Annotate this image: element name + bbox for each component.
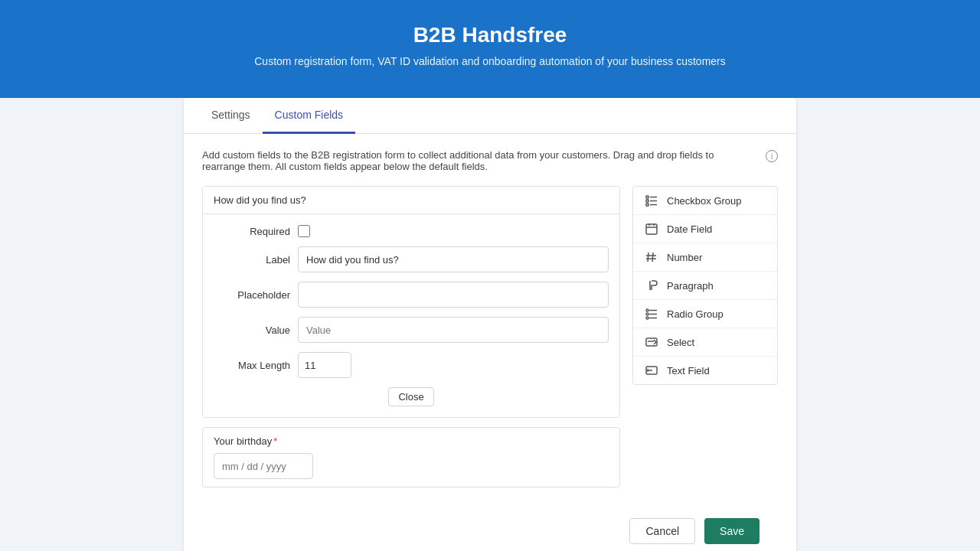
birthday-input[interactable]	[214, 453, 313, 479]
tab-settings[interactable]: Settings	[199, 98, 263, 134]
value-row: Value	[214, 317, 609, 343]
svg-point-15	[646, 309, 648, 311]
radio-icon	[644, 308, 659, 320]
label-input[interactable]	[298, 246, 609, 272]
footer-actions: Cancel Save	[202, 503, 778, 544]
main-container: Settings Custom Fields Add custom fields…	[0, 98, 980, 551]
svg-line-11	[652, 253, 653, 262]
sidebar-item-paragraph[interactable]: Paragraph	[633, 272, 777, 300]
paragraph-label: Paragraph	[667, 280, 714, 292]
sidebar-item-date-field[interactable]: Date Field	[633, 215, 777, 243]
field-card-header: How did you find us?	[203, 187, 619, 214]
hash-icon	[644, 251, 659, 263]
date-field-label: Date Field	[667, 223, 712, 235]
required-row: Required	[214, 225, 609, 237]
description-row: Add custom fields to the B2B registratio…	[202, 149, 778, 172]
custom-field-card: How did you find us? Required Label	[202, 186, 620, 418]
required-label: Required	[214, 226, 290, 237]
save-button[interactable]: Save	[704, 518, 760, 544]
paragraph-icon	[644, 279, 659, 292]
required-checkbox[interactable]	[298, 225, 310, 237]
field-form: Required Label Placeholder	[203, 214, 619, 417]
birthday-field-card: Your birthday*	[202, 427, 620, 487]
sidebar-item-radio-group[interactable]: Radio Group	[633, 300, 777, 328]
placeholder-input[interactable]	[298, 282, 609, 308]
svg-rect-2	[646, 200, 648, 202]
birthday-label: Your birthday*	[214, 435, 609, 447]
page-subtitle: Custom registration form, VAT ID validat…	[15, 55, 965, 67]
radio-group-label: Radio Group	[667, 308, 724, 320]
birthday-required-marker: *	[273, 435, 277, 447]
content-area: How did you find us? Required Label	[202, 186, 778, 487]
text-field-label: Text Field	[667, 365, 710, 377]
tabs-bar: Settings Custom Fields	[184, 98, 796, 134]
settings-card: Settings Custom Fields Add custom fields…	[184, 98, 796, 551]
svg-rect-6	[646, 224, 657, 234]
label-field-label: Label	[214, 254, 290, 266]
max-length-row: Max Length	[214, 352, 609, 378]
max-length-label: Max Length	[214, 360, 290, 371]
cancel-button[interactable]: Cancel	[629, 518, 695, 544]
sidebar-item-select[interactable]: Select	[633, 328, 777, 357]
sidebar-item-checkbox-group[interactable]: Checkbox Group	[633, 187, 777, 215]
tab-custom-fields[interactable]: Custom Fields	[263, 98, 355, 134]
info-icon[interactable]: i	[766, 150, 778, 162]
placeholder-label: Placeholder	[214, 289, 290, 301]
field-types-sidebar: Checkbox Group	[632, 186, 778, 487]
svg-rect-4	[646, 204, 648, 206]
fields-panel: How did you find us? Required Label	[202, 186, 620, 487]
value-input[interactable]	[298, 317, 609, 343]
page-title: B2B Handsfree	[15, 23, 965, 47]
calendar-icon	[644, 223, 659, 235]
svg-line-10	[648, 253, 648, 262]
checkbox-group-label: Checkbox Group	[667, 195, 742, 207]
label-row: Label	[214, 246, 609, 272]
placeholder-row: Placeholder	[214, 282, 609, 308]
field-types-list: Checkbox Group	[632, 186, 778, 385]
select-icon	[644, 336, 659, 348]
svg-rect-21	[646, 338, 657, 346]
svg-rect-0	[646, 196, 648, 198]
description-text: Add custom fields to the B2B registratio…	[202, 149, 760, 172]
svg-point-17	[646, 313, 648, 315]
page-header: B2B Handsfree Custom registration form, …	[0, 0, 980, 98]
svg-point-19	[646, 317, 648, 319]
list-icon	[644, 194, 659, 207]
max-length-input[interactable]	[298, 352, 351, 378]
select-label: Select	[667, 337, 694, 348]
value-label: Value	[214, 324, 290, 336]
number-label: Number	[667, 252, 702, 263]
sidebar-item-text-field[interactable]: Text Field	[633, 357, 777, 384]
sidebar-item-number[interactable]: Number	[633, 243, 777, 272]
close-button[interactable]: Close	[388, 387, 434, 406]
card-body: Add custom fields to the B2B registratio…	[184, 134, 796, 551]
text-field-icon	[644, 364, 659, 377]
